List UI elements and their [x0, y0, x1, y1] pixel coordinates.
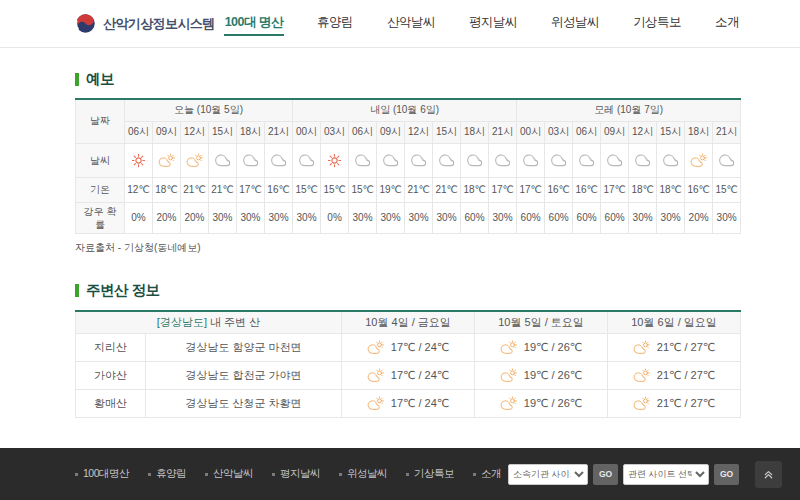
hour-header: 15시 — [657, 121, 685, 143]
nav-item-recreation-forest[interactable]: 휴양림 — [316, 11, 354, 36]
hour-header: 12시 — [629, 121, 657, 143]
sun-behind-cloud-icon — [367, 368, 385, 383]
hour-header: 21시 — [713, 121, 741, 143]
hour-header: 15시 — [433, 121, 461, 143]
footer-link-label: 기상특보 — [414, 467, 454, 481]
temp-cell: 15℃ — [349, 177, 377, 202]
nav-item-about[interactable]: 소개 — [714, 11, 740, 36]
precip-cell: 60% — [545, 202, 573, 233]
mountain-day-forecast-cell: 19℃ / 26℃ — [475, 334, 608, 362]
weather-cell — [209, 143, 237, 177]
precip-cell: 30% — [293, 202, 321, 233]
min-max-temp: 19℃ / 26℃ — [524, 397, 582, 410]
weather-cell — [321, 143, 349, 177]
footer-link-top100-mountains[interactable]: 100대명산 — [75, 467, 129, 481]
sun-behind-cloud-icon — [367, 396, 385, 411]
mountain-name: 지리산 — [76, 334, 146, 362]
nearby-mountains-table: [경상남도] 내 주변 산10월 4일 / 금요일10월 5일 / 토요일10월… — [75, 310, 741, 419]
min-max-temp: 17℃ / 24℃ — [391, 369, 449, 382]
day-forecast: 21℃ / 27℃ — [608, 368, 740, 383]
mountain-location: 경상남도 산청군 차황면 — [146, 390, 342, 418]
cloud-icon — [243, 153, 259, 167]
sun-behind-cloud-icon — [500, 368, 518, 383]
day-forecast: 17℃ / 24℃ — [342, 368, 474, 383]
forecast-header-day-row: 날짜오늘 (10월 5일)내일 (10월 6일)모레 (10월 7일) — [76, 99, 741, 121]
weather-cell — [685, 143, 713, 177]
site-footer: 100대명산휴양림산악날씨평지날씨위성날씨기상특보소개 소속기관 사이트 선택 … — [0, 448, 800, 500]
weather-cell — [517, 143, 545, 177]
precip-cell: 30% — [405, 202, 433, 233]
main-nav: 100대 명산휴양림산악날씨평지날씨위성날씨기상특보소개 — [224, 11, 740, 36]
min-max-temp: 17℃ / 24℃ — [391, 341, 449, 354]
footer-link-satellite-weather[interactable]: 위성날씨 — [339, 467, 387, 481]
temp-cell: 16℃ — [685, 177, 713, 202]
hour-header: 12시 — [405, 121, 433, 143]
day-forecast: 19℃ / 26℃ — [475, 368, 607, 383]
cloud-icon — [355, 153, 371, 167]
day-forecast: 21℃ / 27℃ — [608, 340, 740, 355]
sun-behind-cloud-icon — [500, 396, 518, 411]
hour-header: 18시 — [685, 121, 713, 143]
scroll-to-top-button[interactable] — [755, 461, 782, 488]
precip-cell: 30% — [433, 202, 461, 233]
mountain-name: 황매산 — [76, 390, 146, 418]
day-group-header: 모레 (10월 7일) — [517, 99, 741, 121]
weather-cell — [377, 143, 405, 177]
min-max-temp: 17℃ / 24℃ — [391, 397, 449, 410]
footer-link-weather-alerts[interactable]: 기상특보 — [406, 467, 454, 481]
min-max-temp: 19℃ / 26℃ — [524, 369, 582, 382]
go-button-affiliated[interactable]: GO — [593, 464, 618, 485]
temp-cell: 17℃ — [237, 177, 265, 202]
weather-cell — [601, 143, 629, 177]
nav-item-weather-alerts[interactable]: 기상특보 — [632, 11, 682, 36]
square-bullet-icon — [75, 473, 78, 476]
cloud-icon — [635, 153, 651, 167]
footer-link-label: 휴양림 — [156, 467, 186, 481]
temp-cell: 21℃ — [405, 177, 433, 202]
related-sites-select[interactable]: 관련 사이트 선택 — [623, 464, 709, 485]
site-logo[interactable]: 산악기상정보시스템 — [75, 13, 215, 34]
nearby-section-title: 주변산 정보 — [75, 281, 740, 300]
precip-cell: 30% — [713, 202, 741, 233]
nav-item-satellite-weather[interactable]: 위성날씨 — [550, 11, 600, 36]
precip-cell: 30% — [209, 202, 237, 233]
nav-item-mountain-weather[interactable]: 산악날씨 — [386, 11, 436, 36]
precip-cell: 30% — [657, 202, 685, 233]
footer-link-recreation-forest[interactable]: 휴양림 — [148, 467, 186, 481]
square-bullet-icon — [339, 473, 342, 476]
data-source-note: 자료출처 - 기상청(동네예보) — [75, 241, 740, 255]
footer-links: 100대명산휴양림산악날씨평지날씨위성날씨기상특보소개 — [75, 467, 501, 481]
temp-cell: 18℃ — [153, 177, 181, 202]
weather-cell — [433, 143, 461, 177]
precip-cell: 60% — [601, 202, 629, 233]
cloud-icon — [523, 153, 539, 167]
mountain-day-forecast-cell: 19℃ / 26℃ — [475, 362, 608, 390]
temp-cell: 17℃ — [489, 177, 517, 202]
precip-cell: 60% — [573, 202, 601, 233]
precip-cell: 30% — [349, 202, 377, 233]
footer-link-about[interactable]: 소개 — [473, 467, 501, 481]
cloud-icon — [663, 153, 679, 167]
weather-cell — [265, 143, 293, 177]
temp-cell: 18℃ — [657, 177, 685, 202]
section-title-bullet — [75, 284, 79, 297]
nav-item-lowland-weather[interactable]: 평지날씨 — [468, 11, 518, 36]
weather-cell — [153, 143, 181, 177]
affiliated-sites-select[interactable]: 소속기관 사이트 선택 — [508, 464, 588, 485]
sun-behind-cloud-icon — [633, 396, 651, 411]
min-max-temp: 21℃ / 27℃ — [657, 397, 715, 410]
sun-behind-cloud-icon — [186, 153, 204, 168]
precip-cell: 0% — [321, 202, 349, 233]
hour-header: 09시 — [601, 121, 629, 143]
temp-cell: 17℃ — [601, 177, 629, 202]
footer-link-label: 평지날씨 — [280, 467, 320, 481]
go-button-related[interactable]: GO — [714, 464, 739, 485]
footer-link-mountain-weather[interactable]: 산악날씨 — [205, 467, 253, 481]
sun-icon — [131, 153, 146, 168]
nav-item-top100-mountains[interactable]: 100대 명산 — [224, 11, 284, 36]
footer-link-lowland-weather[interactable]: 평지날씨 — [272, 467, 320, 481]
precip-cell: 20% — [181, 202, 209, 233]
day-forecast: 21℃ / 27℃ — [608, 396, 740, 411]
square-bullet-icon — [148, 473, 151, 476]
weather-cell — [405, 143, 433, 177]
